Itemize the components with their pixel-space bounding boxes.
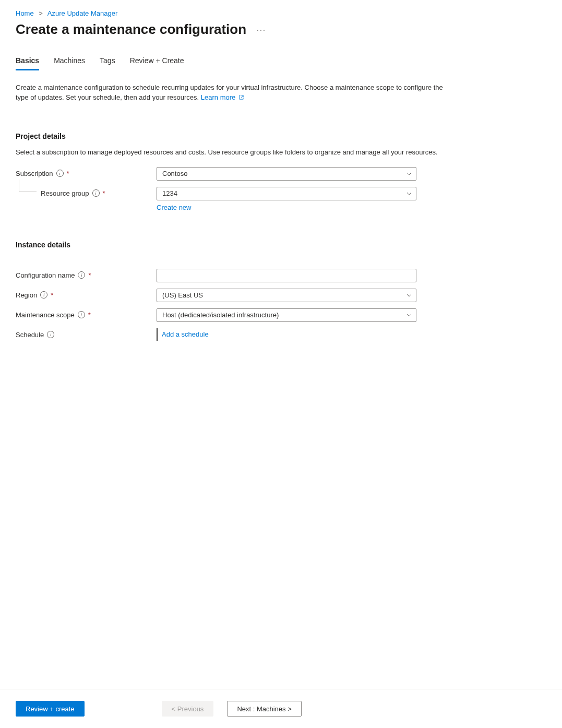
tree-elbow-icon xyxy=(19,180,37,192)
tab-machines[interactable]: Machines xyxy=(54,56,85,70)
tab-tags[interactable]: Tags xyxy=(100,56,115,70)
schedule-label: Schedule i xyxy=(16,328,157,339)
instance-details-heading: Instance details xyxy=(16,241,546,249)
maintenance-scope-label: Maintenance scope i * xyxy=(16,308,157,319)
subscription-label: Subscription i * xyxy=(16,167,157,177)
configuration-name-label: Configuration name i * xyxy=(16,269,157,279)
breadcrumb-section[interactable]: Azure Update Manager xyxy=(47,9,117,17)
project-details-heading: Project details xyxy=(16,132,546,140)
tab-bar: Basics Machines Tags Review + Create xyxy=(16,56,546,70)
region-label: Region i * xyxy=(16,289,157,299)
info-icon[interactable]: i xyxy=(56,170,64,177)
maintenance-scope-select[interactable]: Host (dedicated/isolated infrastructure) xyxy=(157,308,416,322)
configuration-name-input[interactable] xyxy=(157,269,416,282)
breadcrumb-home[interactable]: Home xyxy=(16,9,34,17)
info-icon[interactable]: i xyxy=(47,331,54,338)
required-indicator: * xyxy=(51,291,53,299)
breadcrumb: Home > Azure Update Manager xyxy=(16,9,546,17)
more-actions-button[interactable]: ··· xyxy=(255,23,268,36)
intro-text: Create a maintenance configuration to sc… xyxy=(16,83,444,103)
review-create-button[interactable]: Review + create xyxy=(16,701,85,717)
resource-group-label: Resource group i * xyxy=(16,187,157,197)
required-indicator: * xyxy=(103,189,105,197)
page-title: Create a maintenance configuration xyxy=(16,21,246,38)
required-indicator: * xyxy=(88,311,91,319)
add-schedule-link[interactable]: Add a schedule xyxy=(157,328,209,341)
info-icon[interactable]: i xyxy=(40,291,47,299)
external-link-icon xyxy=(238,94,244,100)
info-icon[interactable]: i xyxy=(78,311,85,318)
previous-button: < Previous xyxy=(162,701,214,717)
footer-bar: Review + create < Previous Next : Machin… xyxy=(0,689,562,728)
next-button[interactable]: Next : Machines > xyxy=(227,701,301,717)
project-details-desc: Select a subscription to manage deployed… xyxy=(16,148,444,158)
info-icon[interactable]: i xyxy=(78,271,85,279)
required-indicator: * xyxy=(67,170,69,177)
create-new-link[interactable]: Create new xyxy=(157,204,416,211)
subscription-select[interactable]: Contoso xyxy=(157,167,416,181)
required-indicator: * xyxy=(88,271,91,279)
info-icon[interactable]: i xyxy=(92,189,100,197)
learn-more-link[interactable]: Learn more xyxy=(201,93,244,101)
tab-review-create[interactable]: Review + Create xyxy=(130,56,184,70)
tab-basics[interactable]: Basics xyxy=(16,56,39,70)
region-select[interactable]: (US) East US xyxy=(157,289,416,302)
breadcrumb-separator: > xyxy=(39,9,43,17)
resource-group-select[interactable]: 1234 xyxy=(157,187,416,200)
